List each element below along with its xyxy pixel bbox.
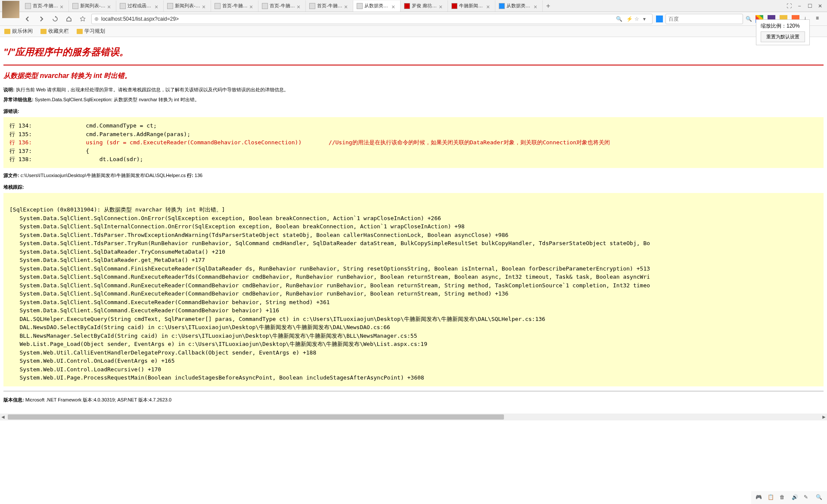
browser-tab[interactable]: 从数据类型 nvarc...× — [495, 0, 543, 12]
browser-tab[interactable]: 过程或函数 'new...× — [116, 0, 164, 12]
back-button[interactable] — [22, 14, 33, 24]
flash-icon[interactable]: ⚡ — [624, 14, 634, 24]
tab-close-icon[interactable]: × — [392, 3, 397, 9]
scroll-left-icon[interactable]: ◄ — [0, 414, 6, 420]
browser-tab[interactable]: 首页-牛腩新闻发...× — [211, 0, 258, 12]
zoom-icon[interactable]: 🔍 — [614, 14, 624, 24]
window-maximize-icon[interactable]: ☐ — [806, 3, 813, 9]
home-button[interactable] — [64, 14, 74, 24]
search-input[interactable] — [665, 14, 743, 24]
tab-favicon-icon — [309, 3, 315, 9]
browser-tab[interactable]: 首页-牛腩新闻发... × — [22, 0, 69, 12]
tab-favicon-icon — [120, 3, 126, 9]
tab-label: 首页-牛腩新闻发... — [317, 3, 342, 9]
bookmark-item[interactable]: 娱乐休闲 — [4, 28, 33, 35]
window-expand-icon[interactable]: ⛶ — [786, 3, 793, 9]
user-avatar[interactable] — [2, 1, 19, 18]
error-title: "/"应用程序中的服务器错误。 — [3, 46, 824, 59]
exception-line: 异常详细信息: System.Data.SqlClient.SqlExcepti… — [3, 96, 824, 103]
tab-label: 新闻列表-牛腩新... — [175, 3, 200, 9]
tab-favicon-icon — [215, 3, 221, 9]
tab-label: 首页-牛腩新闻发... — [270, 3, 295, 9]
code-line-error: 行 136: using (sdr = cmd.ExecuteReader(Co… — [9, 138, 818, 147]
tab-close-icon[interactable]: × — [439, 3, 444, 9]
browser-tab[interactable]: 首页-牛腩新闻发...× — [258, 0, 306, 12]
bookmarks-bar: 娱乐休闲收藏夹栏学习规划 — [0, 26, 827, 37]
tab-label: 从数据类型 nvarc... — [364, 3, 390, 9]
bookmark-item[interactable]: 收藏夹栏 — [40, 28, 69, 35]
tab-label: 罗俊 廊坊师范学... — [412, 3, 437, 9]
tab-close-icon[interactable]: × — [107, 3, 112, 9]
bookmark-label: 学习规划 — [84, 28, 105, 35]
folder-icon — [4, 29, 10, 34]
tab-favicon-icon — [72, 3, 78, 9]
tab-favicon-icon — [25, 3, 31, 9]
bookmark-label: 娱乐休闲 — [12, 28, 33, 35]
folder-icon — [77, 29, 83, 34]
stack-trace-label: 堆栈跟踪: — [3, 184, 824, 190]
source-error-label: 源错误: — [3, 108, 824, 115]
tab-favicon-icon — [404, 3, 410, 9]
tab-close-icon[interactable]: × — [344, 3, 349, 9]
menu-icon[interactable]: ≡ — [816, 15, 824, 23]
browser-tabs: 首页-牛腩新闻发... ×新闻列表-牛腩新...×过程或函数 'new...×新… — [0, 0, 827, 12]
description-line: 说明: 执行当前 Web 请求期间，出现未经处理的异常。请检查堆栈跟踪信息，以了… — [3, 87, 824, 93]
browser-tab[interactable]: 首页-牛腩新闻发...× — [306, 0, 353, 12]
scrollbar-thumb[interactable] — [8, 414, 504, 420]
desc-label: 说明: — [3, 87, 15, 92]
new-tab-button[interactable]: + — [543, 2, 553, 10]
source-code-block: 行 134: cmd.CommandType = ct;行 135: cmd.P… — [3, 117, 824, 168]
url-input[interactable] — [101, 16, 614, 22]
window-controls: ⛶ − ☐ ✕ — [786, 3, 827, 9]
tab-close-icon[interactable]: × — [60, 3, 65, 9]
zoom-label: 缩放比例：120% — [761, 22, 805, 30]
exception-label: 异常详细信息: — [3, 97, 34, 102]
line-label: 行: — [186, 173, 193, 178]
tab-label: 新闻列表-牛腩新... — [80, 3, 106, 9]
footer-divider — [3, 391, 824, 392]
browser-tab[interactable]: 牛腩新闻发布--记...× — [448, 0, 495, 12]
search-button-icon[interactable]: 🔍 — [746, 16, 752, 22]
tab-label: 过程或函数 'new... — [127, 3, 153, 9]
search-engine-icon[interactable] — [656, 16, 663, 22]
window-minimize-icon[interactable]: − — [796, 3, 803, 9]
error-subtitle: 从数据类型 nvarchar 转换为 int 时出错。 — [3, 72, 824, 81]
page-content: "/"应用程序中的服务器错误。 从数据类型 nvarchar 转换为 int 时… — [0, 37, 827, 414]
browser-toolbar: ⊕ 🔍 ⚡ ☆ ▾ 🔍 ↓ ≡ — [0, 12, 827, 26]
bookmark-star-icon[interactable]: ☆ — [634, 16, 639, 22]
tab-label: 牛腩新闻发布--记... — [459, 3, 485, 9]
code-line: 行 135: cmd.Parameters.AddRange(paras); — [9, 130, 818, 139]
tab-close-icon[interactable]: × — [486, 3, 491, 9]
tab-close-icon[interactable]: × — [297, 3, 302, 9]
version-label: 版本信息: — [3, 397, 24, 402]
tab-label: 首页-牛腩新闻发... — [33, 3, 58, 9]
version-text: Microsoft .NET Framework 版本:4.0.30319; A… — [24, 397, 171, 402]
tab-close-icon[interactable]: × — [202, 3, 207, 9]
tab-favicon-icon — [167, 3, 173, 9]
code-line: 行 138: dt.Load(sdr); — [9, 155, 818, 164]
horizontal-scrollbar[interactable]: ◄ ► — [0, 414, 827, 420]
bookmark-item[interactable]: 学习规划 — [77, 28, 105, 35]
stack-trace-block: [SqlException (0x80131904): 从数据类型 nvarch… — [3, 193, 824, 386]
browser-tab[interactable]: 从数据类型 nvarc...× — [353, 0, 401, 12]
browser-tab[interactable]: 罗俊 廊坊师范学...× — [401, 0, 448, 12]
address-bar[interactable]: ⊕ 🔍 ⚡ ☆ ▾ — [91, 14, 653, 24]
forward-button[interactable] — [36, 14, 47, 24]
favorite-button[interactable] — [78, 14, 88, 24]
tab-favicon-icon — [451, 3, 457, 9]
reload-button[interactable] — [50, 14, 60, 24]
zoom-popup: 缩放比例：120% 重置为默认设置 — [756, 19, 810, 45]
browser-tab[interactable]: 新闻列表-牛腩新...× — [69, 0, 116, 12]
zoom-reset-button[interactable]: 重置为默认设置 — [761, 31, 805, 42]
window-close-icon[interactable]: ✕ — [817, 3, 824, 9]
dropdown-icon[interactable]: ▾ — [639, 14, 650, 24]
tab-favicon-icon — [357, 3, 363, 9]
tab-close-icon[interactable]: × — [155, 3, 160, 9]
browser-tab[interactable]: 新闻列表-牛腩新...× — [164, 0, 211, 12]
tab-close-icon[interactable]: × — [534, 3, 539, 9]
tab-favicon-icon — [262, 3, 268, 9]
tab-close-icon[interactable]: × — [249, 3, 255, 9]
scroll-right-icon[interactable]: ► — [821, 414, 827, 420]
desc-text: 执行当前 Web 请求期间，出现未经处理的异常。请检查堆栈跟踪信息，以了解有关该… — [15, 87, 289, 92]
error-divider — [3, 65, 824, 65]
